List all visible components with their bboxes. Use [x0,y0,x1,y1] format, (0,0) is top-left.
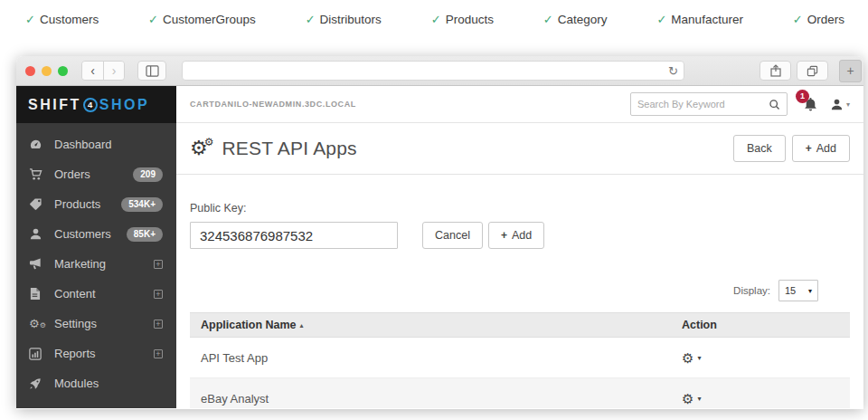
sidebar-item-dashboard[interactable]: Dashboard [16,129,176,159]
shift4shop-logo[interactable]: SHIFT 4 SHOP [16,86,176,123]
cancel-button[interactable]: Cancel [422,222,483,249]
sidebar-item-modules[interactable]: Modules [16,368,176,398]
add-label: Add [816,142,836,155]
back-label: Back [747,142,772,155]
main-content: CARTDANILO-NEWADMIN.3DC.LOCAL 1 [176,86,863,408]
status-item-manufacturer: ✓ Manufacturer [656,13,742,26]
add-app-button[interactable]: + Add [792,135,850,162]
status-label: Orders [807,13,844,26]
expand-plus-icon[interactable]: + [154,260,163,269]
notifications[interactable]: 1 [803,97,818,112]
logo-four-circle: 4 [83,98,98,112]
column-label: Action [682,319,717,331]
sidebar-item-label: Customers [54,227,127,241]
admin-topbar: CARTDANILO-NEWADMIN.3DC.LOCAL 1 [176,86,863,123]
cancel-label: Cancel [435,229,470,242]
app-name: API Test App [201,351,682,365]
reload-icon[interactable]: ↻ [668,65,678,77]
nav-button-group: ‹ › [81,61,125,81]
chrome-right-buttons: + [760,60,863,82]
row-action-menu[interactable]: ⚙ ▾ [682,392,850,406]
sidebar-item-orders[interactable]: Orders 209 [16,159,176,189]
dashboard-icon [29,138,44,151]
public-key-section: Public Key: Cancel + Add [176,175,863,249]
admin-shell: SHIFT 4 SHOP Dashboard Orders 209 [16,86,863,408]
sidebar-item-label: Orders [54,167,133,181]
sidebar-item-label: Reports [54,347,154,360]
sidebar-item-products[interactable]: Products 534K+ [16,189,176,219]
sidebar-toggle-button[interactable] [137,61,166,81]
rocket-icon [29,377,44,390]
store-domain: CARTDANILO-NEWADMIN.3DC.LOCAL [190,100,356,109]
sidebar-item-content[interactable]: Content + [16,279,176,309]
back-button[interactable]: ‹ [82,62,103,80]
apps-table: Application Name ▴ Action API Test App ⚙… [190,312,850,408]
orders-count-badge: 209 [133,167,163,182]
sidebar-item-reports[interactable]: Reports + [16,339,176,368]
customers-count-badge: 85K+ [127,227,163,242]
column-action: Action [682,319,850,331]
share-icon [770,64,781,77]
status-label: Customers [40,13,99,26]
products-count-badge: 534K+ [121,197,163,212]
zoom-window-button[interactable] [58,66,68,76]
add-label: Add [512,229,532,242]
table-row: eBay Analyst ⚙ ▾ [190,378,850,408]
public-key-input[interactable] [190,222,398,249]
new-tab-button[interactable]: + [839,60,862,82]
check-icon: ✓ [25,13,35,26]
topbar-right: 1 ▾ [630,92,850,116]
check-icon: ✓ [431,13,441,26]
plus-icon: + [501,229,507,242]
file-icon [29,287,44,301]
sidebar-toggle-icon [146,65,159,77]
address-bar[interactable]: ↻ [182,61,684,81]
tabs-icon [807,65,818,77]
status-item-products: ✓ Products [431,13,494,26]
page-header: ⚙ ⚙ REST API Apps Back + Add [176,123,863,175]
sidebar-item-marketing[interactable]: Marketing + [16,249,176,279]
forward-button[interactable]: › [103,62,124,80]
expand-plus-icon[interactable]: + [154,320,163,329]
browser-chrome: ‹ › ↻ [16,56,863,86]
account-menu[interactable]: ▾ [830,98,850,111]
close-window-button[interactable] [25,66,35,76]
megaphone-icon [29,257,44,271]
plus-icon: + [806,142,812,155]
sidebar-item-settings[interactable]: ⚙⚙ Settings + [16,309,176,339]
tab-overview-button[interactable] [797,61,828,81]
status-label: Products [446,13,494,26]
search-input[interactable] [637,99,769,110]
search-icon[interactable] [769,99,780,110]
status-label: Category [558,13,608,26]
expand-plus-icon[interactable]: + [154,290,163,299]
public-key-row: Cancel + Add [190,222,850,249]
status-item-customergroups: ✓ CustomerGroups [148,13,256,26]
keyword-search[interactable] [630,92,788,116]
column-application-name[interactable]: Application Name ▴ [201,319,682,331]
display-row: Display: 15 ▾ [176,280,863,301]
sidebar-nav: Dashboard Orders 209 Products 534K+ [16,123,176,398]
sidebar-item-label: Dashboard [54,138,163,151]
display-count-select[interactable]: 15 ▾ [778,280,818,301]
sidebar-item-customers[interactable]: Customers 85K+ [16,219,176,249]
column-label: Application Name [201,319,297,331]
row-action-menu[interactable]: ⚙ ▾ [682,351,850,365]
check-icon: ✓ [543,13,553,26]
gear-icon: ⚙ [682,351,693,365]
share-button[interactable] [760,61,791,81]
expand-plus-icon[interactable]: + [154,349,163,358]
chevron-down-icon: ▾ [697,395,701,403]
back-page-button[interactable]: Back [733,135,786,162]
page-header-buttons: Back + Add [733,135,850,162]
minimize-window-button[interactable] [42,66,52,76]
sidebar-item-label: Marketing [54,257,154,271]
check-icon: ✓ [656,13,666,26]
status-label: Manufacturer [671,13,743,26]
status-item-category: ✓ Category [543,13,608,26]
logo-text-shop: SHOP [99,97,149,113]
bar-chart-icon [29,348,44,360]
add-key-button[interactable]: + Add [488,222,544,249]
url-input[interactable] [188,65,668,76]
app-name: eBay Analyst [201,392,682,406]
